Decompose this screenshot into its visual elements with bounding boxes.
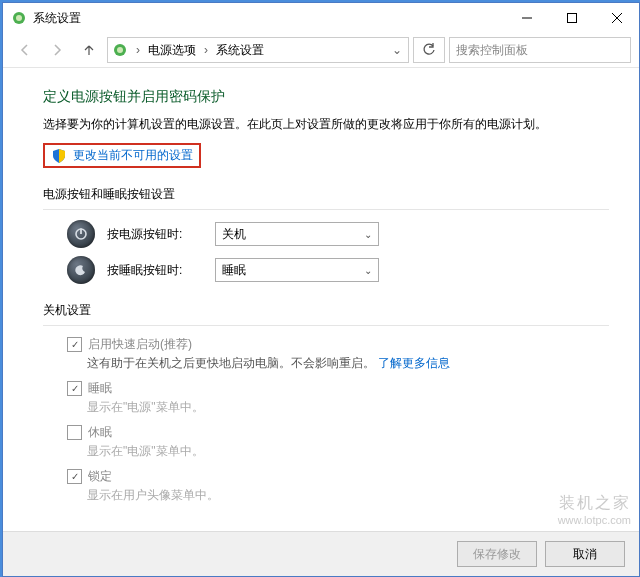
- footer: 保存修改 取消: [3, 531, 639, 576]
- lock-checkbox-row: ✓ 锁定: [67, 468, 609, 485]
- content-area: 定义电源按钮并启用密码保护 选择要为你的计算机设置的电源设置。在此页上对设置所做…: [3, 68, 639, 531]
- fastboot-checkbox[interactable]: ✓: [67, 337, 82, 352]
- power-button-select[interactable]: 关机 ⌄: [215, 222, 379, 246]
- window-title: 系统设置: [33, 10, 81, 27]
- sleep-icon: [67, 256, 95, 284]
- chevron-right-icon: ›: [204, 43, 208, 57]
- lock-checkbox[interactable]: ✓: [67, 469, 82, 484]
- lock-desc: 显示在用户头像菜单中。: [87, 487, 609, 504]
- hibernate-label: 休眠: [88, 424, 112, 441]
- nav-row: › 电源选项 › 系统设置 ⌄ 搜索控制面板: [3, 33, 639, 67]
- power-button-row: 按电源按钮时: 关机 ⌄: [67, 220, 609, 248]
- close-button[interactable]: [594, 3, 639, 33]
- shield-icon: [51, 148, 67, 164]
- hibernate-desc: 显示在"电源"菜单中。: [87, 443, 609, 460]
- lock-label: 锁定: [88, 468, 112, 485]
- page-heading: 定义电源按钮并启用密码保护: [43, 88, 609, 106]
- chevron-down-icon[interactable]: ⌄: [392, 43, 402, 57]
- maximize-button[interactable]: [549, 3, 594, 33]
- sleep-button-row: 按睡眠按钮时: 睡眠 ⌄: [67, 256, 609, 284]
- sleep-button-select[interactable]: 睡眠 ⌄: [215, 258, 379, 282]
- sleep-button-value: 睡眠: [222, 262, 246, 279]
- sleep-checkbox[interactable]: ✓: [67, 381, 82, 396]
- power-button-value: 关机: [222, 226, 246, 243]
- title-bar: 系统设置: [3, 3, 639, 33]
- up-button[interactable]: [75, 36, 103, 64]
- fastboot-desc: 这有助于在关机之后更快地启动电脑。不会影响重启。 了解更多信息: [87, 355, 609, 372]
- svg-point-1: [16, 15, 22, 21]
- fastboot-label: 启用快速启动(推荐): [88, 336, 192, 353]
- forward-button[interactable]: [43, 36, 71, 64]
- search-input[interactable]: 搜索控制面板: [449, 37, 631, 63]
- search-placeholder: 搜索控制面板: [456, 42, 528, 59]
- buttons-section-title: 电源按钮和睡眠按钮设置: [43, 186, 609, 203]
- hibernate-checkbox-row: 休眠: [67, 424, 609, 441]
- sleep-label: 睡眠: [88, 380, 112, 397]
- sleep-button-label: 按睡眠按钮时:: [107, 262, 203, 279]
- breadcrumb-power-options[interactable]: 电源选项: [148, 42, 196, 59]
- change-unavailable-link-box: 更改当前不可用的设置: [43, 143, 201, 168]
- svg-rect-3: [567, 14, 576, 23]
- sleep-checkbox-row: ✓ 睡眠: [67, 380, 609, 397]
- minimize-button[interactable]: [504, 3, 549, 33]
- chevron-down-icon: ⌄: [364, 229, 372, 240]
- sleep-desc: 显示在"电源"菜单中。: [87, 399, 609, 416]
- hibernate-checkbox[interactable]: [67, 425, 82, 440]
- refresh-button[interactable]: [413, 37, 445, 63]
- fastboot-learn-more-link[interactable]: 了解更多信息: [378, 356, 450, 370]
- page-description: 选择要为你的计算机设置的电源设置。在此页上对设置所做的更改将应用于你所有的电源计…: [43, 116, 609, 133]
- power-icon: [67, 220, 95, 248]
- fastboot-checkbox-row: ✓ 启用快速启动(推荐): [67, 336, 609, 353]
- cancel-button[interactable]: 取消: [545, 541, 625, 567]
- chevron-right-icon: ›: [136, 43, 140, 57]
- back-button[interactable]: [11, 36, 39, 64]
- chevron-down-icon: ⌄: [364, 265, 372, 276]
- shutdown-section-title: 关机设置: [43, 302, 609, 319]
- change-unavailable-link[interactable]: 更改当前不可用的设置: [73, 147, 193, 164]
- power-button-label: 按电源按钮时:: [107, 226, 203, 243]
- control-panel-icon: [112, 42, 128, 58]
- svg-point-7: [117, 47, 123, 53]
- address-bar[interactable]: › 电源选项 › 系统设置 ⌄: [107, 37, 409, 63]
- app-icon: [11, 10, 27, 26]
- save-button[interactable]: 保存修改: [457, 541, 537, 567]
- breadcrumb-system-settings[interactable]: 系统设置: [216, 42, 264, 59]
